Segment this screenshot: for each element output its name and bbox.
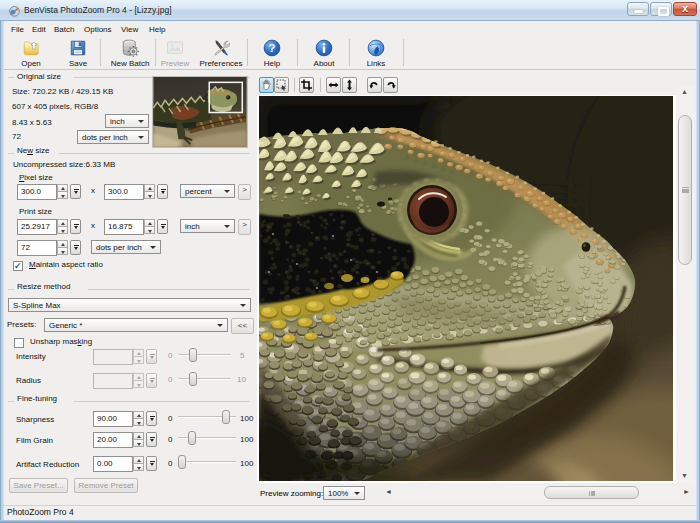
- svg-text:?: ?: [269, 42, 276, 54]
